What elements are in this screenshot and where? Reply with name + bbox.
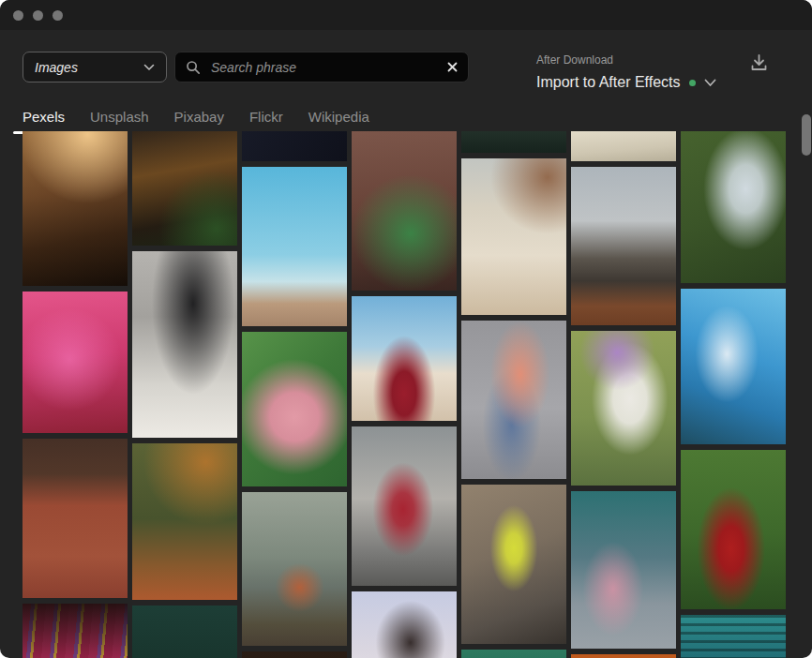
photo-column-7 — [681, 131, 786, 658]
search-input[interactable] — [209, 59, 439, 76]
photo-red-dress-tropical[interactable] — [681, 450, 786, 609]
media-type-select[interactable]: Images — [23, 52, 167, 82]
photo-sunlit-portrait-woman[interactable] — [23, 131, 128, 286]
photo-orange-detail[interactable] — [571, 654, 676, 658]
photo-cream-garment-closeup[interactable] — [571, 131, 676, 161]
import-target-value: Import to After Effects — [536, 74, 681, 91]
window-control-minimize[interactable] — [33, 10, 43, 21]
photo-teal-door-figure[interactable] — [132, 606, 237, 658]
after-download-label: After Download — [536, 53, 716, 67]
import-target-select[interactable]: Import to After Effects — [536, 74, 716, 91]
plugin-window: Images After Download Import to After Ef… — [0, 0, 812, 658]
titlebar — [0, 0, 812, 30]
photo-white-sundress-straw-bag[interactable] — [461, 158, 566, 315]
photo-blue-sky-architecture[interactable] — [681, 289, 786, 444]
status-dot — [689, 80, 696, 86]
window-control-zoom[interactable] — [53, 10, 63, 21]
photo-green-headwrap-portrait[interactable] — [352, 131, 457, 291]
toolbar: Images After Download Import to After Ef… — [0, 30, 812, 91]
photo-daisy-field-recline[interactable] — [681, 131, 786, 283]
photo-autumn-camel-coat[interactable] — [132, 443, 237, 600]
photo-red-velvet-dune[interactable] — [352, 296, 457, 421]
photo-teal-set-detail[interactable] — [461, 650, 566, 658]
photo-navy-knit-closeup[interactable] — [242, 131, 347, 161]
photo-vintage-car-woman[interactable] — [571, 167, 676, 325]
after-download-block: After Download Import to After Effects — [536, 52, 716, 91]
photo-denim-pink-scarf[interactable] — [571, 491, 676, 649]
photo-column-5 — [461, 131, 566, 658]
clear-search-button[interactable] — [447, 62, 458, 72]
chevron-down-icon — [704, 79, 716, 87]
download-button[interactable] — [749, 53, 769, 72]
search-icon — [186, 60, 201, 75]
photo-column-1 — [23, 131, 128, 658]
photo-dark-interior[interactable] — [242, 651, 347, 658]
photo-grid — [23, 131, 786, 658]
chevron-down-icon — [143, 64, 155, 71]
photo-column-2 — [132, 131, 237, 658]
photo-column-4 — [352, 131, 457, 658]
photo-pink-kimono-palm[interactable] — [242, 332, 347, 486]
photo-silver-jacket-stairs[interactable] — [461, 485, 566, 644]
photo-sleeping-face-glitter[interactable] — [352, 591, 457, 658]
photo-blinds-portrait[interactable] — [681, 615, 786, 658]
download-icon — [749, 53, 769, 72]
photo-street-red-coat[interactable] — [352, 426, 457, 586]
photo-black-tank-white-pants[interactable] — [132, 251, 237, 438]
scrollbar-thumb[interactable] — [802, 114, 811, 156]
photo-rust-fence-woman[interactable] — [23, 439, 128, 598]
close-icon — [447, 62, 458, 72]
photo-lilac-flowers-meadow[interactable] — [571, 331, 676, 486]
photo-striped-blouse-plants[interactable] — [132, 131, 237, 246]
photo-misty-river-autumn[interactable] — [242, 492, 347, 646]
media-type-value: Images — [35, 60, 78, 75]
photo-rooftop-dancer-sky[interactable] — [242, 167, 347, 326]
photo-pink-kaftan-brick[interactable] — [23, 292, 128, 433]
search-box — [174, 52, 469, 82]
photo-column-6 — [571, 131, 676, 658]
window-control-close[interactable] — [13, 10, 23, 21]
photo-column-3 — [242, 131, 347, 658]
photo-dark-vest-detail[interactable] — [461, 131, 566, 153]
photo-salmon-top-jeans[interactable] — [461, 321, 566, 479]
photo-striped-shirt-portrait[interactable] — [23, 604, 128, 658]
